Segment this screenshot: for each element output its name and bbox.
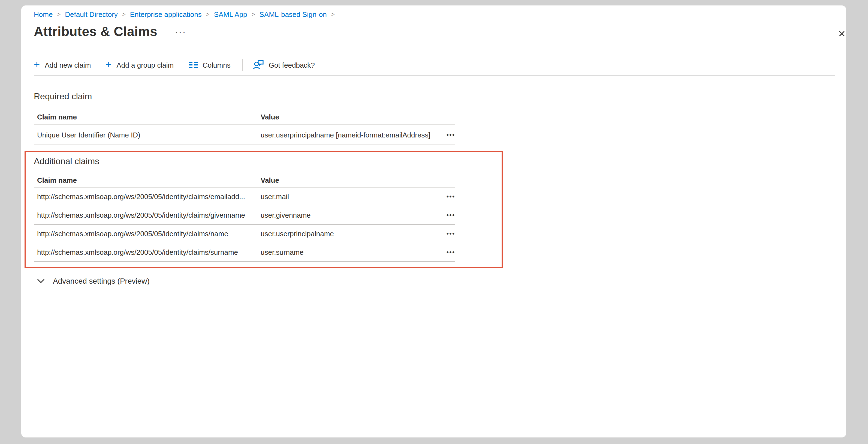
- chevron-right-icon: >: [206, 11, 210, 17]
- chevron-right-icon: >: [57, 11, 61, 17]
- breadcrumb-enterprise-applications[interactable]: Enterprise applications: [130, 10, 202, 19]
- breadcrumb-saml-based-sign-on[interactable]: SAML-based Sign-on: [259, 10, 327, 19]
- table-header-row: Claim name Value: [34, 109, 455, 125]
- command-bar: + Add new claim + Add a group claim Colu…: [34, 57, 330, 73]
- table-row[interactable]: http://schemas.xmlsoap.org/ws/2005/05/id…: [34, 243, 455, 262]
- required-claim-heading: Required claim: [34, 92, 92, 101]
- columns-icon: [188, 61, 198, 69]
- advanced-settings-toggle[interactable]: Advanced settings (Preview): [37, 276, 150, 285]
- toolbar-separator: [34, 75, 835, 76]
- claim-value-cell: user.surname: [260, 248, 436, 256]
- claim-name-cell: http://schemas.xmlsoap.org/ws/2005/05/id…: [37, 211, 260, 219]
- claim-name-cell: http://schemas.xmlsoap.org/ws/2005/05/id…: [37, 193, 260, 201]
- chevron-down-icon: [37, 279, 45, 283]
- claim-name-cell: Unique User Identifier (Name ID): [37, 130, 260, 139]
- add-new-claim-label: Add new claim: [45, 61, 91, 69]
- table-header-row: Claim name Value: [34, 174, 455, 188]
- plus-icon: +: [34, 59, 40, 69]
- columns-button[interactable]: Columns: [188, 61, 230, 69]
- claim-value-cell: user.givenname: [260, 211, 436, 219]
- row-more-icon[interactable]: •••: [446, 231, 455, 237]
- advanced-settings-label: Advanced settings (Preview): [53, 276, 150, 285]
- table-row[interactable]: http://schemas.xmlsoap.org/ws/2005/05/id…: [34, 188, 455, 206]
- claim-value-cell: user.userprincipalname [nameid-format:em…: [260, 130, 436, 139]
- columns-label: Columns: [203, 61, 230, 69]
- breadcrumb-saml-app[interactable]: SAML App: [214, 10, 247, 19]
- claim-value-cell: user.userprincipalname: [260, 230, 436, 238]
- additional-claims-table: Claim name Value http://schemas.xmlsoap.…: [34, 174, 455, 262]
- got-feedback-button[interactable]: Got feedback?: [253, 60, 315, 70]
- close-icon[interactable]: ✕: [835, 27, 848, 40]
- context-menu-icon[interactable]: ···: [175, 27, 186, 36]
- add-group-claim-button[interactable]: + Add a group claim: [105, 60, 174, 70]
- chevron-right-icon: >: [122, 11, 126, 17]
- add-group-claim-label: Add a group claim: [117, 61, 174, 69]
- table-row[interactable]: Unique User Identifier (Name ID) user.us…: [34, 125, 455, 145]
- breadcrumb: Home > Default Directory > Enterprise ap…: [34, 10, 339, 19]
- got-feedback-label: Got feedback?: [269, 61, 315, 69]
- title-row: Attributes & Claims ···: [34, 24, 186, 39]
- claim-name-cell: http://schemas.xmlsoap.org/ws/2005/05/id…: [37, 230, 260, 238]
- page-title: Attributes & Claims: [34, 24, 157, 39]
- additional-claims-heading: Additional claims: [34, 156, 99, 166]
- feedback-icon: [253, 60, 264, 70]
- value-column-header: Value: [260, 176, 436, 184]
- add-new-claim-button[interactable]: + Add new claim: [34, 60, 91, 70]
- claim-value-cell: user.mail: [260, 193, 436, 201]
- value-column-header: Value: [260, 113, 436, 121]
- row-more-icon[interactable]: •••: [446, 212, 455, 218]
- page: Home > Default Directory > Enterprise ap…: [0, 0, 868, 444]
- chevron-right-icon: >: [252, 11, 255, 17]
- row-more-icon[interactable]: •••: [446, 249, 455, 255]
- claim-name-column-header: Claim name: [37, 113, 260, 121]
- plus-icon: +: [105, 59, 112, 69]
- breadcrumb-default-directory[interactable]: Default Directory: [65, 10, 118, 19]
- table-row[interactable]: http://schemas.xmlsoap.org/ws/2005/05/id…: [34, 225, 455, 243]
- claim-name-cell: http://schemas.xmlsoap.org/ws/2005/05/id…: [37, 248, 260, 256]
- row-more-icon[interactable]: •••: [446, 132, 455, 138]
- table-row[interactable]: http://schemas.xmlsoap.org/ws/2005/05/id…: [34, 206, 455, 225]
- breadcrumb-home[interactable]: Home: [34, 10, 53, 19]
- toolbar-divider: [242, 59, 243, 71]
- chevron-right-icon: >: [331, 11, 335, 17]
- claim-name-column-header: Claim name: [37, 176, 260, 184]
- row-more-icon[interactable]: •••: [446, 194, 455, 200]
- required-claim-table: Claim name Value Unique User Identifier …: [34, 109, 455, 145]
